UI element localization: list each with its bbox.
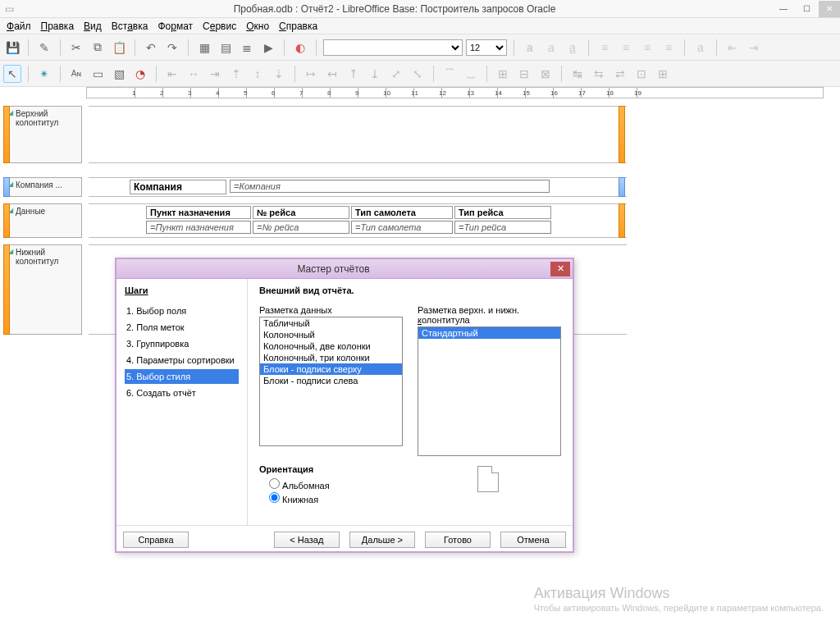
section-tool-2[interactable]: ⎵ [462, 65, 480, 83]
cut-icon[interactable]: ✂ [67, 39, 85, 57]
layout-item[interactable]: Блоки - подписи сверху [260, 363, 402, 375]
align-tool-3[interactable]: ⇥ [206, 65, 224, 83]
wizard-step-4[interactable]: 4. Параметры сортировки [125, 353, 239, 368]
maximize-button[interactable]: ☐ [796, 1, 817, 17]
col-header-flight[interactable]: № рейса [253, 206, 349, 219]
redo-icon[interactable]: ↷ [163, 39, 181, 57]
menu-window[interactable]: Окно [246, 21, 269, 32]
resize-tool-3[interactable]: ⤒ [345, 65, 363, 83]
band-data[interactable]: Пункт назначения № рейса Тип самолета Ти… [89, 203, 627, 238]
resize-tool-5[interactable]: ⤢ [387, 65, 405, 83]
field-label-company[interactable]: Компания [130, 180, 226, 194]
align-right-icon[interactable]: ≡ [638, 39, 656, 57]
run-report-icon[interactable]: ▶ [259, 39, 277, 57]
help-icon[interactable]: ◐ [291, 39, 309, 57]
report-nav-icon[interactable]: ▦ [195, 39, 213, 57]
menu-view[interactable]: Вид [84, 21, 102, 32]
section-grip-bottom-header[interactable] [3, 244, 10, 335]
underline-icon[interactable]: a [564, 39, 582, 57]
undo-icon[interactable]: ↶ [142, 39, 160, 57]
menu-file[interactable]: Файл [7, 21, 31, 32]
resize-tool-1[interactable]: ↦ [302, 65, 320, 83]
next-button[interactable]: Дальше > [349, 532, 415, 548]
chart-tool-icon[interactable]: ◔ [131, 65, 149, 83]
extra-tool-3[interactable]: ⇄ [611, 65, 629, 83]
resize-tool-2[interactable]: ↤ [323, 65, 341, 83]
align-justify-icon[interactable]: ≡ [660, 39, 678, 57]
align-tool-4[interactable]: ⇡ [227, 65, 245, 83]
field-value-company[interactable]: =Компания [230, 180, 550, 193]
indent-inc-icon[interactable]: ⇥ [745, 39, 763, 57]
menu-tools[interactable]: Сервис [203, 21, 236, 32]
align-tool-2[interactable]: ↔ [185, 65, 203, 83]
format-tool-icon[interactable]: ✴ [35, 65, 53, 83]
back-button[interactable]: < Назад [274, 532, 340, 548]
orientation-portrait[interactable]: Книжная [269, 491, 561, 505]
italic-icon[interactable]: a [542, 39, 560, 57]
cancel-button[interactable]: Отмена [500, 532, 566, 548]
section-grip-data-right[interactable] [619, 203, 625, 238]
font-name-select[interactable] [323, 39, 463, 56]
col-value-dest[interactable]: =Пункт назначения [146, 221, 251, 234]
layout-item[interactable]: Колоночный, три колонки [260, 352, 402, 363]
extra-tool-2[interactable]: ⇆ [590, 65, 608, 83]
textfield-tool-icon[interactable]: ▭ [89, 65, 107, 83]
label-tool-icon[interactable]: Aɴ [67, 65, 85, 83]
section-label-data[interactable]: ◢ Данные [3, 203, 82, 238]
section-grip-company[interactable] [3, 177, 10, 197]
col-header-plane[interactable]: Тип самолета [351, 206, 453, 219]
snap-tool-3[interactable]: ⊠ [536, 65, 555, 83]
headerfooter-listbox[interactable]: Стандартный [418, 326, 561, 456]
menu-edit[interactable]: Правка [41, 21, 75, 32]
add-field-icon[interactable]: ▤ [217, 39, 235, 57]
col-value-flight[interactable]: =№ рейса [253, 221, 349, 234]
col-value-plane[interactable]: =Тип самолета [351, 221, 453, 234]
section-grip-top-header-right[interactable] [619, 106, 625, 163]
resize-tool-6[interactable]: ⤡ [409, 65, 427, 83]
font-size-select[interactable]: 12 [466, 39, 507, 56]
copy-icon[interactable]: ⧉ [89, 39, 107, 57]
snap-tool-2[interactable]: ⊟ [515, 65, 533, 83]
snap-tool-1[interactable]: ⊞ [494, 65, 512, 83]
menu-format[interactable]: Формат [158, 21, 193, 32]
image-tool-icon[interactable]: ▧ [110, 65, 128, 83]
align-tool-5[interactable]: ↕ [249, 65, 267, 83]
font-color-icon[interactable]: a [692, 39, 710, 57]
help-button[interactable]: Справка [123, 532, 189, 548]
menu-help[interactable]: Справка [279, 21, 317, 32]
dialog-close-button[interactable]: ✕ [550, 262, 570, 276]
layout-listbox[interactable]: ТабличныйКолоночныйКолоночный, две колон… [259, 317, 403, 446]
section-grip-data[interactable] [3, 203, 10, 238]
align-tool-1[interactable]: ⇤ [163, 65, 181, 83]
align-center-icon[interactable]: ≡ [617, 39, 635, 57]
menu-insert[interactable]: Вставка [112, 21, 148, 32]
select-tool-icon[interactable]: ↖ [3, 65, 21, 83]
close-button[interactable]: ✕ [819, 1, 840, 17]
wizard-step-3[interactable]: 3. Группировка [125, 336, 239, 351]
save-icon[interactable]: 💾 [3, 39, 21, 57]
sort-hint-icon[interactable]: ≣ [238, 39, 256, 57]
edit-mode-icon[interactable]: ✎ [35, 39, 53, 57]
wizard-step-6[interactable]: 6. Создать отчёт [125, 386, 239, 400]
section-label-company[interactable]: ◢ Компания ... [3, 177, 82, 197]
wizard-step-2[interactable]: 2. Поля меток [125, 320, 239, 335]
col-header-dest[interactable]: Пункт назначения [146, 206, 251, 219]
resize-tool-4[interactable]: ⤓ [366, 65, 384, 83]
extra-tool-1[interactable]: ↹ [568, 65, 587, 83]
align-tool-6[interactable]: ⇣ [270, 65, 288, 83]
paste-icon[interactable]: 📋 [110, 39, 128, 57]
layout-item[interactable]: Колоночный, две колонки [260, 340, 402, 352]
section-label-bottom-header[interactable]: ◢ Нижний колонтитул [3, 244, 82, 335]
layout-item[interactable]: Блоки - подписи слева [260, 375, 402, 386]
band-company[interactable]: Компания =Компания [89, 177, 627, 197]
indent-dec-icon[interactable]: ⇤ [724, 39, 742, 57]
wizard-step-1[interactable]: 1. Выбор поля [125, 304, 239, 318]
col-header-type[interactable]: Тип рейса [454, 206, 551, 219]
wizard-step-5[interactable]: 5. Выбор стиля [125, 369, 239, 384]
bold-icon[interactable]: a [521, 39, 539, 57]
headerfooter-item[interactable]: Стандартный [418, 327, 560, 339]
band-top-header[interactable] [89, 106, 627, 163]
extra-tool-4[interactable]: ⊡ [632, 65, 651, 83]
section-grip-top-header[interactable] [3, 106, 10, 163]
finish-button[interactable]: Готово [425, 532, 491, 548]
